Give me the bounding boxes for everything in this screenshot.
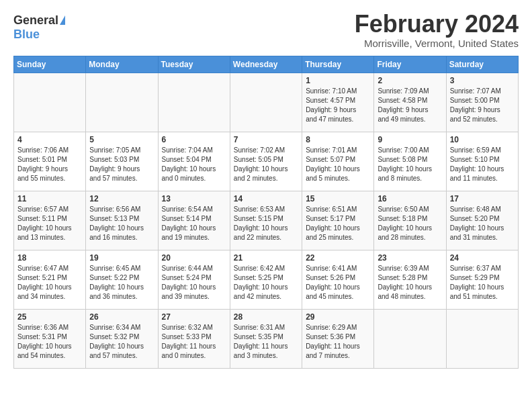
calendar-header: SundayMondayTuesdayWednesdayThursdayFrid… xyxy=(14,56,519,73)
logo: General Blue xyxy=(13,13,65,42)
calendar-week-row: 11Sunrise: 6:57 AM Sunset: 5:11 PM Dayli… xyxy=(14,191,519,250)
calendar-cell: 7Sunrise: 7:02 AM Sunset: 5:05 PM Daylig… xyxy=(230,132,302,191)
calendar-cell: 16Sunrise: 6:50 AM Sunset: 5:18 PM Dayli… xyxy=(374,191,446,250)
day-number: 19 xyxy=(89,253,154,263)
page-header: General Blue February 2024 Morrisville, … xyxy=(13,11,519,49)
calendar-week-row: 4Sunrise: 7:06 AM Sunset: 5:01 PM Daylig… xyxy=(14,132,519,191)
day-info: Sunrise: 7:09 AM Sunset: 4:58 PM Dayligh… xyxy=(378,87,442,124)
calendar-table: SundayMondayTuesdayWednesdayThursdayFrid… xyxy=(13,56,519,369)
header-row: SundayMondayTuesdayWednesdayThursdayFrid… xyxy=(14,56,519,73)
calendar-cell xyxy=(14,73,86,132)
day-number: 3 xyxy=(450,76,515,85)
day-info: Sunrise: 7:04 AM Sunset: 5:04 PM Dayligh… xyxy=(162,146,226,183)
calendar-cell: 15Sunrise: 6:51 AM Sunset: 5:17 PM Dayli… xyxy=(302,191,374,250)
calendar-cell: 9Sunrise: 7:00 AM Sunset: 5:08 PM Daylig… xyxy=(374,132,446,191)
day-info: Sunrise: 7:00 AM Sunset: 5:08 PM Dayligh… xyxy=(378,146,442,183)
calendar-week-row: 18Sunrise: 6:47 AM Sunset: 5:21 PM Dayli… xyxy=(14,250,519,309)
calendar-cell: 25Sunrise: 6:36 AM Sunset: 5:31 PM Dayli… xyxy=(14,309,86,368)
day-number: 15 xyxy=(306,194,370,203)
calendar-cell: 27Sunrise: 6:32 AM Sunset: 5:33 PM Dayli… xyxy=(158,309,230,368)
calendar-cell: 3Sunrise: 7:07 AM Sunset: 5:00 PM Daylig… xyxy=(446,73,518,132)
calendar-body: 1Sunrise: 7:10 AM Sunset: 4:57 PM Daylig… xyxy=(14,73,519,368)
day-of-week-header: Thursday xyxy=(302,56,374,73)
day-info: Sunrise: 6:29 AM Sunset: 5:36 PM Dayligh… xyxy=(306,323,370,361)
calendar-cell xyxy=(230,73,302,132)
day-info: Sunrise: 6:44 AM Sunset: 5:24 PM Dayligh… xyxy=(162,264,226,302)
calendar-cell: 8Sunrise: 7:01 AM Sunset: 5:07 PM Daylig… xyxy=(302,132,374,191)
calendar-cell xyxy=(86,73,158,132)
day-of-week-header: Sunday xyxy=(14,56,86,73)
calendar-cell: 20Sunrise: 6:44 AM Sunset: 5:24 PM Dayli… xyxy=(158,250,230,309)
day-number: 28 xyxy=(234,312,298,322)
calendar-cell: 10Sunrise: 6:59 AM Sunset: 5:10 PM Dayli… xyxy=(446,132,518,191)
day-info: Sunrise: 6:34 AM Sunset: 5:32 PM Dayligh… xyxy=(89,323,154,361)
title-area: February 2024 Morrisville, Vermont, Unit… xyxy=(355,11,519,49)
day-number: 12 xyxy=(89,194,154,203)
day-number: 11 xyxy=(17,194,82,203)
day-info: Sunrise: 6:56 AM Sunset: 5:13 PM Dayligh… xyxy=(89,205,154,242)
location-text: Morrisville, Vermont, United States xyxy=(355,38,519,49)
calendar-cell: 12Sunrise: 6:56 AM Sunset: 5:13 PM Dayli… xyxy=(86,191,158,250)
calendar-cell: 26Sunrise: 6:34 AM Sunset: 5:32 PM Dayli… xyxy=(86,309,158,368)
day-info: Sunrise: 6:59 AM Sunset: 5:10 PM Dayligh… xyxy=(450,146,515,183)
calendar-cell: 14Sunrise: 6:53 AM Sunset: 5:15 PM Dayli… xyxy=(230,191,302,250)
logo-general-text: General xyxy=(13,13,58,28)
calendar-cell: 23Sunrise: 6:39 AM Sunset: 5:28 PM Dayli… xyxy=(374,250,446,309)
day-info: Sunrise: 6:50 AM Sunset: 5:18 PM Dayligh… xyxy=(378,205,442,242)
day-info: Sunrise: 6:47 AM Sunset: 5:21 PM Dayligh… xyxy=(17,264,82,302)
day-info: Sunrise: 6:42 AM Sunset: 5:25 PM Dayligh… xyxy=(234,264,298,302)
calendar-cell: 11Sunrise: 6:57 AM Sunset: 5:11 PM Dayli… xyxy=(14,191,86,250)
day-number: 18 xyxy=(17,253,82,263)
day-number: 24 xyxy=(450,253,515,263)
calendar-cell: 6Sunrise: 7:04 AM Sunset: 5:04 PM Daylig… xyxy=(158,132,230,191)
calendar-cell: 24Sunrise: 6:37 AM Sunset: 5:29 PM Dayli… xyxy=(446,250,518,309)
day-info: Sunrise: 6:53 AM Sunset: 5:15 PM Dayligh… xyxy=(234,205,298,242)
day-number: 27 xyxy=(162,312,226,322)
day-number: 4 xyxy=(17,135,82,144)
day-of-week-header: Wednesday xyxy=(230,56,302,73)
logo-triangle-icon xyxy=(60,15,65,25)
calendar-cell xyxy=(446,309,518,368)
calendar-cell: 1Sunrise: 7:10 AM Sunset: 4:57 PM Daylig… xyxy=(302,73,374,132)
day-info: Sunrise: 6:57 AM Sunset: 5:11 PM Dayligh… xyxy=(17,205,82,242)
calendar-cell: 28Sunrise: 6:31 AM Sunset: 5:35 PM Dayli… xyxy=(230,309,302,368)
calendar-cell: 22Sunrise: 6:41 AM Sunset: 5:26 PM Dayli… xyxy=(302,250,374,309)
day-number: 9 xyxy=(378,135,442,144)
day-info: Sunrise: 6:32 AM Sunset: 5:33 PM Dayligh… xyxy=(162,323,226,361)
day-info: Sunrise: 7:07 AM Sunset: 5:00 PM Dayligh… xyxy=(450,87,515,124)
day-number: 20 xyxy=(162,253,226,263)
day-info: Sunrise: 6:54 AM Sunset: 5:14 PM Dayligh… xyxy=(162,205,226,242)
calendar-cell: 19Sunrise: 6:45 AM Sunset: 5:22 PM Dayli… xyxy=(86,250,158,309)
day-info: Sunrise: 6:37 AM Sunset: 5:29 PM Dayligh… xyxy=(450,264,515,302)
day-info: Sunrise: 6:48 AM Sunset: 5:20 PM Dayligh… xyxy=(450,205,515,242)
day-number: 16 xyxy=(378,194,442,203)
day-number: 26 xyxy=(89,312,154,322)
day-number: 8 xyxy=(306,135,370,144)
day-info: Sunrise: 6:51 AM Sunset: 5:17 PM Dayligh… xyxy=(306,205,370,242)
day-info: Sunrise: 7:02 AM Sunset: 5:05 PM Dayligh… xyxy=(234,146,298,183)
day-of-week-header: Tuesday xyxy=(158,56,230,73)
day-info: Sunrise: 6:39 AM Sunset: 5:28 PM Dayligh… xyxy=(378,264,442,302)
day-number: 7 xyxy=(234,135,298,144)
day-number: 13 xyxy=(162,194,226,203)
day-number: 17 xyxy=(450,194,515,203)
calendar-cell xyxy=(374,309,446,368)
day-info: Sunrise: 6:45 AM Sunset: 5:22 PM Dayligh… xyxy=(89,264,154,302)
day-info: Sunrise: 6:36 AM Sunset: 5:31 PM Dayligh… xyxy=(17,323,82,361)
day-number: 6 xyxy=(162,135,226,144)
day-number: 14 xyxy=(234,194,298,203)
month-title: February 2024 xyxy=(355,11,519,38)
day-info: Sunrise: 7:05 AM Sunset: 5:03 PM Dayligh… xyxy=(89,146,154,183)
day-number: 29 xyxy=(306,312,370,322)
day-number: 1 xyxy=(306,76,370,85)
calendar-cell: 2Sunrise: 7:09 AM Sunset: 4:58 PM Daylig… xyxy=(374,73,446,132)
calendar-cell: 13Sunrise: 6:54 AM Sunset: 5:14 PM Dayli… xyxy=(158,191,230,250)
day-of-week-header: Monday xyxy=(86,56,158,73)
calendar-cell: 21Sunrise: 6:42 AM Sunset: 5:25 PM Dayli… xyxy=(230,250,302,309)
day-info: Sunrise: 7:01 AM Sunset: 5:07 PM Dayligh… xyxy=(306,146,370,183)
calendar-cell: 29Sunrise: 6:29 AM Sunset: 5:36 PM Dayli… xyxy=(302,309,374,368)
logo-blue-text: Blue xyxy=(13,28,40,42)
day-of-week-header: Saturday xyxy=(446,56,518,73)
day-number: 22 xyxy=(306,253,370,263)
day-number: 10 xyxy=(450,135,515,144)
